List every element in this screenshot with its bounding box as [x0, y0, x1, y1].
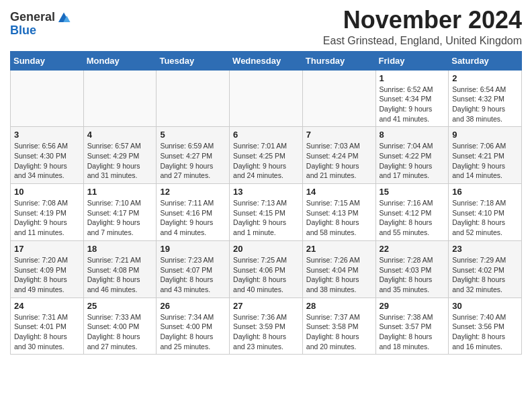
- day-info: Sunrise: 6:52 AM Sunset: 4:34 PM Dayligh…: [380, 85, 445, 124]
- day-number: 19: [160, 244, 226, 254]
- col-wednesday: Wednesday: [230, 51, 303, 70]
- col-monday: Monday: [83, 51, 157, 70]
- table-row: 26Sunrise: 7:34 AM Sunset: 4:00 PM Dayli…: [157, 298, 230, 355]
- col-tuesday: Tuesday: [157, 51, 230, 70]
- day-number: 11: [87, 187, 153, 197]
- day-info: Sunrise: 7:37 AM Sunset: 3:58 PM Dayligh…: [306, 312, 372, 352]
- day-number: 27: [233, 301, 299, 311]
- table-row: 2Sunrise: 6:54 AM Sunset: 4:32 PM Daylig…: [449, 70, 522, 127]
- day-number: 14: [306, 187, 372, 197]
- day-number: 30: [452, 301, 518, 311]
- day-info: Sunrise: 7:04 AM Sunset: 4:22 PM Dayligh…: [380, 141, 445, 181]
- logo-blue-text: Blue: [10, 24, 36, 37]
- table-row: 9Sunrise: 7:06 AM Sunset: 4:21 PM Daylig…: [449, 127, 522, 184]
- day-number: 29: [380, 301, 445, 311]
- month-title: November 2024: [323, 7, 522, 34]
- table-row: 17Sunrise: 7:20 AM Sunset: 4:09 PM Dayli…: [11, 240, 84, 298]
- table-row: 4Sunrise: 6:57 AM Sunset: 4:29 PM Daylig…: [83, 127, 157, 184]
- col-thursday: Thursday: [302, 51, 375, 70]
- calendar-week-row: 3Sunrise: 6:56 AM Sunset: 4:30 PM Daylig…: [11, 127, 522, 184]
- table-row: 8Sunrise: 7:04 AM Sunset: 4:22 PM Daylig…: [375, 127, 449, 184]
- table-row: 20Sunrise: 7:25 AM Sunset: 4:06 PM Dayli…: [230, 240, 303, 298]
- day-info: Sunrise: 6:54 AM Sunset: 4:32 PM Dayligh…: [452, 85, 518, 124]
- day-info: Sunrise: 7:23 AM Sunset: 4:07 PM Dayligh…: [160, 255, 226, 295]
- table-row: 12Sunrise: 7:11 AM Sunset: 4:16 PM Dayli…: [157, 184, 230, 241]
- day-info: Sunrise: 7:21 AM Sunset: 4:08 PM Dayligh…: [87, 255, 153, 295]
- day-info: Sunrise: 7:38 AM Sunset: 3:57 PM Dayligh…: [380, 312, 445, 352]
- calendar-table: Sunday Monday Tuesday Wednesday Thursday…: [10, 51, 522, 355]
- table-row: 21Sunrise: 7:26 AM Sunset: 4:04 PM Dayli…: [302, 240, 375, 298]
- table-row: 3Sunrise: 6:56 AM Sunset: 4:30 PM Daylig…: [11, 127, 84, 184]
- day-number: 16: [452, 187, 518, 197]
- day-number: 10: [14, 187, 80, 197]
- calendar-week-row: 24Sunrise: 7:31 AM Sunset: 4:01 PM Dayli…: [11, 298, 522, 355]
- day-info: Sunrise: 7:01 AM Sunset: 4:25 PM Dayligh…: [233, 141, 299, 181]
- day-number: 9: [452, 130, 518, 140]
- day-number: 8: [380, 130, 445, 140]
- table-row: 23Sunrise: 7:29 AM Sunset: 4:02 PM Dayli…: [449, 240, 522, 298]
- day-info: Sunrise: 7:18 AM Sunset: 4:10 PM Dayligh…: [452, 198, 518, 238]
- calendar-header-row: Sunday Monday Tuesday Wednesday Thursday…: [11, 51, 522, 70]
- day-info: Sunrise: 6:57 AM Sunset: 4:29 PM Dayligh…: [87, 141, 153, 181]
- day-number: 7: [306, 130, 372, 140]
- day-number: 25: [87, 301, 153, 311]
- day-info: Sunrise: 6:56 AM Sunset: 4:30 PM Dayligh…: [14, 141, 80, 181]
- day-info: Sunrise: 7:31 AM Sunset: 4:01 PM Dayligh…: [14, 312, 80, 352]
- day-info: Sunrise: 7:13 AM Sunset: 4:15 PM Dayligh…: [233, 198, 299, 238]
- table-row: 30Sunrise: 7:40 AM Sunset: 3:56 PM Dayli…: [449, 298, 522, 355]
- table-row: 25Sunrise: 7:33 AM Sunset: 4:00 PM Dayli…: [83, 298, 157, 355]
- table-row: 29Sunrise: 7:38 AM Sunset: 3:57 PM Dayli…: [375, 298, 449, 355]
- day-info: Sunrise: 7:36 AM Sunset: 3:59 PM Dayligh…: [233, 312, 299, 352]
- table-row: 11Sunrise: 7:10 AM Sunset: 4:17 PM Dayli…: [83, 184, 157, 241]
- col-sunday: Sunday: [11, 51, 84, 70]
- day-info: Sunrise: 7:34 AM Sunset: 4:00 PM Dayligh…: [160, 312, 226, 352]
- table-row: 6Sunrise: 7:01 AM Sunset: 4:25 PM Daylig…: [230, 127, 303, 184]
- table-row: [11, 70, 84, 127]
- day-info: Sunrise: 7:28 AM Sunset: 4:03 PM Dayligh…: [380, 255, 445, 295]
- table-row: 15Sunrise: 7:16 AM Sunset: 4:12 PM Dayli…: [375, 184, 449, 241]
- day-number: 18: [87, 244, 153, 254]
- day-info: Sunrise: 7:08 AM Sunset: 4:19 PM Dayligh…: [14, 198, 80, 238]
- table-row: 19Sunrise: 7:23 AM Sunset: 4:07 PM Dayli…: [157, 240, 230, 298]
- day-number: 12: [160, 187, 226, 197]
- calendar-week-row: 1Sunrise: 6:52 AM Sunset: 4:34 PM Daylig…: [11, 70, 522, 127]
- logo-general-text: General: [10, 11, 55, 23]
- day-number: 13: [233, 187, 299, 197]
- table-row: 16Sunrise: 7:18 AM Sunset: 4:10 PM Dayli…: [449, 184, 522, 241]
- table-row: 5Sunrise: 6:59 AM Sunset: 4:27 PM Daylig…: [157, 127, 230, 184]
- day-info: Sunrise: 7:25 AM Sunset: 4:06 PM Dayligh…: [233, 255, 299, 295]
- day-info: Sunrise: 7:16 AM Sunset: 4:12 PM Dayligh…: [380, 198, 445, 238]
- location-subtitle: East Grinstead, England, United Kingdom: [323, 35, 522, 47]
- day-number: 4: [87, 130, 153, 140]
- table-row: 24Sunrise: 7:31 AM Sunset: 4:01 PM Dayli…: [11, 298, 84, 355]
- day-info: Sunrise: 7:33 AM Sunset: 4:00 PM Dayligh…: [87, 312, 153, 352]
- day-number: 6: [233, 130, 299, 140]
- day-info: Sunrise: 7:03 AM Sunset: 4:24 PM Dayligh…: [306, 141, 372, 181]
- calendar-week-row: 17Sunrise: 7:20 AM Sunset: 4:09 PM Dayli…: [11, 240, 522, 298]
- table-row: [302, 70, 375, 127]
- col-friday: Friday: [375, 51, 449, 70]
- day-number: 20: [233, 244, 299, 254]
- day-info: Sunrise: 7:20 AM Sunset: 4:09 PM Dayligh…: [14, 255, 80, 295]
- day-info: Sunrise: 7:10 AM Sunset: 4:17 PM Dayligh…: [87, 198, 153, 238]
- table-row: 14Sunrise: 7:15 AM Sunset: 4:13 PM Dayli…: [302, 184, 375, 241]
- table-row: 28Sunrise: 7:37 AM Sunset: 3:58 PM Dayli…: [302, 298, 375, 355]
- table-row: 7Sunrise: 7:03 AM Sunset: 4:24 PM Daylig…: [302, 127, 375, 184]
- table-row: 27Sunrise: 7:36 AM Sunset: 3:59 PM Dayli…: [230, 298, 303, 355]
- table-row: 22Sunrise: 7:28 AM Sunset: 4:03 PM Dayli…: [375, 240, 449, 298]
- table-row: [83, 70, 157, 127]
- day-info: Sunrise: 7:11 AM Sunset: 4:16 PM Dayligh…: [160, 198, 226, 238]
- logo: General Blue: [10, 9, 71, 37]
- table-row: [230, 70, 303, 127]
- day-info: Sunrise: 6:59 AM Sunset: 4:27 PM Dayligh…: [160, 141, 226, 181]
- day-number: 28: [306, 301, 372, 311]
- table-row: 18Sunrise: 7:21 AM Sunset: 4:08 PM Dayli…: [83, 240, 157, 298]
- day-info: Sunrise: 7:40 AM Sunset: 3:56 PM Dayligh…: [452, 312, 518, 352]
- day-number: 5: [160, 130, 226, 140]
- day-number: 24: [14, 301, 80, 311]
- day-number: 22: [380, 244, 445, 254]
- calendar-week-row: 10Sunrise: 7:08 AM Sunset: 4:19 PM Dayli…: [11, 184, 522, 241]
- table-row: 10Sunrise: 7:08 AM Sunset: 4:19 PM Dayli…: [11, 184, 84, 241]
- day-info: Sunrise: 7:26 AM Sunset: 4:04 PM Dayligh…: [306, 255, 372, 295]
- day-number: 23: [452, 244, 518, 254]
